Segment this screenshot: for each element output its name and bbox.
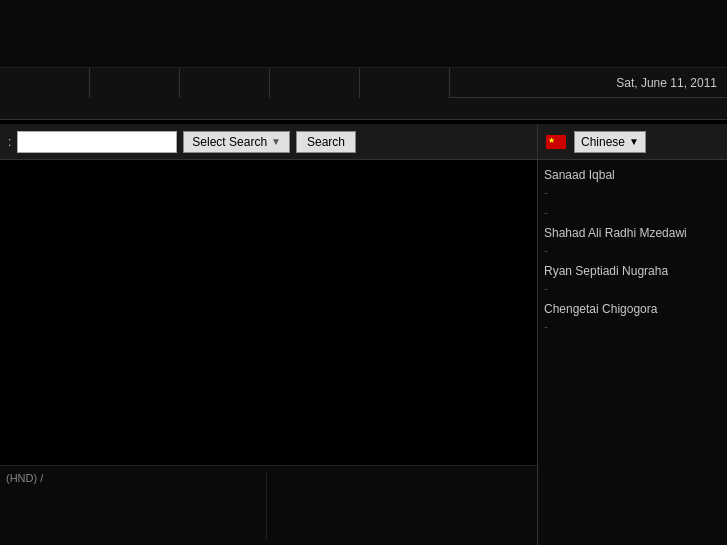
search-button[interactable]: Search [296,131,356,153]
names-list: Sanaad Iqbal - - Shahad Ali Radhi Mzedaw… [538,160,727,545]
name-text: Shahad Ali Radhi Mzedawi [544,226,687,240]
name-separator: - [544,206,721,218]
bottom-right [271,472,531,539]
name-text: Sanaad Iqbal [544,168,615,182]
chinese-flag-icon [546,135,566,149]
select-search-label: Select Search [192,135,267,149]
bottom-left-text: (HND) / [6,472,43,484]
main-content: : Select Search ▼ Search (HND) / Chi [0,124,727,545]
language-label: Chinese [581,135,625,149]
search-toolbar: : Select Search ▼ Search [0,124,537,160]
list-item: Chengetai Chigogora [544,302,721,316]
name-separator: - [544,186,721,198]
list-item: Ryan Septiadi Nugraha [544,264,721,278]
list-item: Shahad Ali Radhi Mzedawi [544,226,721,240]
left-panel: : Select Search ▼ Search (HND) / [0,124,538,545]
nav-item-5[interactable] [360,68,450,98]
search-input[interactable] [17,131,177,153]
name-text: Chengetai Chigogora [544,302,657,316]
list-item: Sanaad Iqbal [544,168,721,182]
name-separator: - [544,244,721,256]
select-search-dropdown-arrow: ▼ [271,136,281,147]
language-dropdown-arrow: ▼ [629,136,639,147]
nav-items [0,68,616,98]
language-dropdown[interactable]: Chinese ▼ [574,131,646,153]
nav-item-4[interactable] [270,68,360,98]
search-colon-label: : [8,135,11,149]
right-panel: Chinese ▼ Sanaad Iqbal - - Shahad Ali Ra… [538,124,727,545]
nav-item-3[interactable] [180,68,270,98]
select-search-button[interactable]: Select Search ▼ [183,131,290,153]
name-text: Ryan Septiadi Nugraha [544,264,668,278]
bottom-area: (HND) / [0,465,537,545]
nav-item-2[interactable] [90,68,180,98]
top-header [0,0,727,68]
nav-bar: Sat, June 11, 2011 [0,68,727,98]
right-header: Chinese ▼ [538,124,727,160]
nav-date: Sat, June 11, 2011 [616,76,727,90]
name-separator: - [544,282,721,294]
sub-nav-bar [0,98,727,120]
left-content-area [0,160,537,465]
nav-item-1[interactable] [0,68,90,98]
name-separator: - [544,320,721,332]
bottom-left: (HND) / [6,472,267,539]
